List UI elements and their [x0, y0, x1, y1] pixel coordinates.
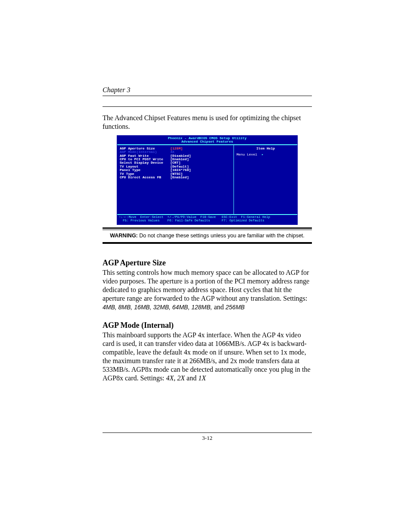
warning-text: Do not change these settings unless you … [138, 233, 305, 239]
section-body-agp-aperture: This setting controls how much memory sp… [103, 268, 312, 311]
bios-help-pane: Item Help Menu Level ▸ [234, 145, 297, 214]
agp-aperture-settings-right: 256MB [226, 304, 245, 311]
agp-mode-body-text: This mainboard supports the AGP 4x inter… [103, 331, 311, 382]
bios-footer-line2: F5: Previous Values F6: Fail-Safe Defaul… [119, 219, 265, 222]
arrow-right-icon: ▸ [262, 153, 264, 156]
bios-footer-line1: ↑↓→←:Move Enter:Select +/-/PU/PD:Value F… [119, 215, 270, 219]
divider-header-2 [103, 106, 312, 107]
intro-paragraph: The Advanced Chipset Features menu is us… [103, 114, 312, 131]
chapter-label: Chapter 3 [103, 86, 312, 94]
section-heading-agp-mode: AGP Mode (Internal) [103, 321, 312, 330]
section-heading-agp-aperture: AGP Aperture Size [103, 258, 312, 268]
bios-row-label: CPU Direct Access FB [120, 176, 169, 179]
bios-title-line2: Advanced Chipset Features [181, 140, 233, 143]
bios-menu-level-label: Menu Level [237, 153, 257, 156]
footer-rule [103, 432, 312, 433]
agp-mode-and: and [185, 374, 198, 382]
agp-aperture-settings-left: 4MB, 8MB, 16MB, 32MB, 64MB, 128MB, [103, 304, 212, 311]
bios-settings-pane: AGP Aperture Size AGP Mode(Internal) AGP… [117, 145, 234, 214]
bios-setting-values: [128M]4X[Disabled][Enabled][CRT][Default… [170, 145, 193, 214]
divider-header [103, 96, 312, 96]
page-number: 3-12 [103, 435, 312, 442]
warning-label: WARNING: [110, 233, 138, 239]
bios-setting-labels: AGP Aperture Size AGP Mode(Internal) AGP… [117, 145, 170, 214]
section-body-agp-mode: This mainboard supports the AGP 4x inter… [103, 331, 312, 383]
warning-rule-bottom-thick [103, 243, 312, 244]
bios-footer-keys: ↑↓→←:Move Enter:Select +/-/PU/PD:Value F… [117, 215, 297, 224]
warning-rule-top-thick [103, 227, 312, 229]
bios-main: AGP Aperture Size AGP Mode(Internal) AGP… [117, 144, 297, 215]
bios-screenshot: Phoenix - AwardBIOS CMOS Setup Utility A… [117, 135, 298, 225]
warning-box: WARNING: Do not change these settings un… [103, 230, 312, 241]
bios-title: Phoenix - AwardBIOS CMOS Setup Utility A… [117, 136, 297, 144]
bios-help-title: Item Help [237, 147, 295, 150]
agp-aperture-body-text: This setting controls how much memory sp… [103, 269, 309, 302]
agp-mode-s2: 2X [177, 374, 185, 382]
page-footer: 3-12 [103, 432, 312, 442]
agp-mode-s3: 1X [198, 374, 206, 382]
agp-aperture-settings-join: and [212, 303, 225, 311]
agp-mode-s1: 4X [166, 374, 174, 382]
bios-row-value: [Enabled] [170, 176, 191, 179]
